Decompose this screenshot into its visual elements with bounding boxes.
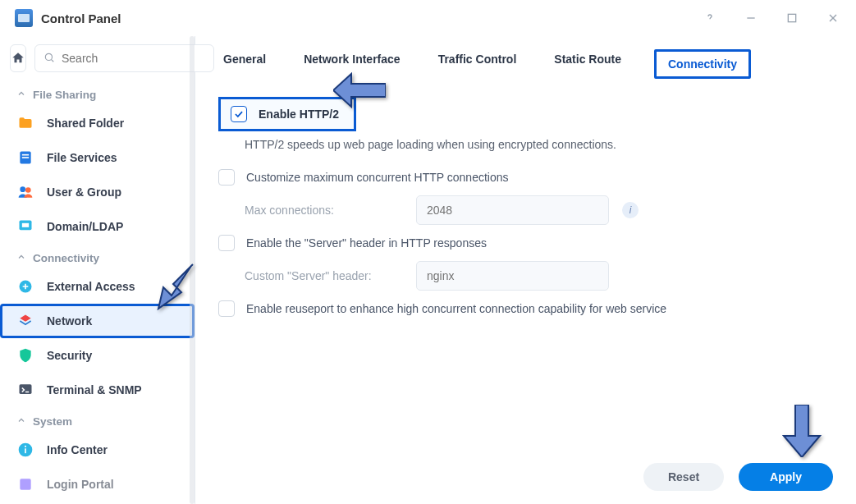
control-panel-icon <box>15 9 33 27</box>
close-button[interactable] <box>825 10 841 26</box>
sidebar-item-info-center[interactable]: Info Center <box>0 433 195 467</box>
users-icon <box>16 183 34 201</box>
maximize-button[interactable] <box>784 10 800 26</box>
sidebar-item-label: Domain/LDAP <box>47 220 123 233</box>
max-connections-label: Max connections: <box>218 204 403 217</box>
enable-reuseport-label: Enable reuseport to enhance high concurr… <box>246 302 666 315</box>
search-input[interactable] <box>62 52 205 65</box>
shield-icon <box>16 346 34 364</box>
checkbox-customize-connections[interactable] <box>218 169 235 186</box>
customize-connections-label: Customize maximum concurrent HTTP connec… <box>246 171 509 184</box>
http2-description: HTTP/2 speeds up web page loading when u… <box>218 131 833 164</box>
sidebar-item-shared-folder[interactable]: Shared Folder <box>0 106 195 140</box>
sidebar-item-user-group[interactable]: User & Group <box>0 175 195 209</box>
tab-traffic-control[interactable]: Traffic Control <box>433 49 522 79</box>
minimize-button[interactable] <box>743 10 759 26</box>
enable-http2-row[interactable]: Enable HTTP/2 <box>218 97 356 131</box>
sidebar: File Sharing Shared Folder File Services… <box>0 36 195 504</box>
sidebar-item-label: Login Portal <box>47 478 114 491</box>
search-input-wrap[interactable] <box>34 44 214 72</box>
section-label: System <box>33 415 72 428</box>
section-system[interactable]: System <box>0 407 195 433</box>
file-services-icon <box>16 149 34 167</box>
sidebar-item-label: Security <box>47 349 92 362</box>
sidebar-item-domain-ldap[interactable]: Domain/LDAP <box>0 209 195 244</box>
search-icon <box>43 52 55 66</box>
folder-icon <box>16 114 34 132</box>
checkbox-enable-http2[interactable] <box>231 106 247 122</box>
enable-reuseport-row[interactable]: Enable reuseport to enhance high concurr… <box>218 296 833 322</box>
custom-server-header-label: Custom "Server" header: <box>218 269 403 282</box>
tab-connectivity[interactable]: Connectivity <box>654 49 751 79</box>
sidebar-item-external-access[interactable]: External Access <box>0 269 195 304</box>
sidebar-item-network[interactable]: Network <box>0 304 195 338</box>
enable-http2-label: Enable HTTP/2 <box>259 108 339 121</box>
enable-server-header-label: Enable the "Server" header in HTTP respo… <box>246 236 487 250</box>
sidebar-item-label: Terminal & SNMP <box>47 383 142 396</box>
info-icon[interactable]: i <box>622 202 639 218</box>
window-title: Control Panel <box>41 11 121 25</box>
enable-server-header-row[interactable]: Enable the "Server" header in HTTP respo… <box>218 230 833 256</box>
tab-static-route[interactable]: Static Route <box>549 49 626 79</box>
sidebar-item-security[interactable]: Security <box>0 338 195 373</box>
section-connectivity[interactable]: Connectivity <box>0 244 195 269</box>
sidebar-item-label: Info Center <box>47 443 108 456</box>
domain-icon <box>16 218 34 236</box>
terminal-icon <box>16 381 34 399</box>
titlebar: Control Panel <box>0 0 856 36</box>
svg-point-17 <box>25 446 26 447</box>
checkbox-reuseport[interactable] <box>218 300 235 317</box>
chevron-up-icon <box>16 252 26 264</box>
tab-bar: General Network Interface Traffic Contro… <box>195 36 856 89</box>
section-label: Connectivity <box>33 252 99 264</box>
main-panel: General Network Interface Traffic Contro… <box>195 36 856 504</box>
customize-connections-row[interactable]: Customize maximum concurrent HTTP connec… <box>218 164 833 190</box>
tab-general[interactable]: General <box>218 49 271 79</box>
svg-rect-12 <box>22 223 29 227</box>
sidebar-item-label: User & Group <box>47 186 121 199</box>
chevron-up-icon <box>16 89 26 101</box>
sidebar-item-label: File Services <box>47 151 117 164</box>
svg-rect-7 <box>22 154 29 156</box>
home-button[interactable] <box>10 44 26 72</box>
sidebar-item-terminal-snmp[interactable]: Terminal & SNMP <box>0 373 195 407</box>
link-icon <box>16 277 34 296</box>
svg-rect-18 <box>20 479 30 489</box>
svg-rect-8 <box>22 157 29 158</box>
sidebar-item-login-portal[interactable]: Login Portal <box>0 467 195 502</box>
apply-button[interactable]: Apply <box>739 463 833 491</box>
section-label: File Sharing <box>33 89 96 101</box>
chevron-up-icon <box>16 415 26 428</box>
portal-icon <box>16 475 34 493</box>
custom-server-header-input <box>416 261 609 291</box>
svg-line-5 <box>52 59 54 62</box>
sidebar-item-file-services[interactable]: File Services <box>0 140 195 175</box>
sidebar-item-label: Shared Folder <box>47 117 124 130</box>
svg-point-10 <box>25 187 31 193</box>
tab-network-interface[interactable]: Network Interface <box>299 49 405 79</box>
svg-rect-1 <box>788 14 795 21</box>
help-button[interactable] <box>702 10 718 26</box>
section-file-sharing[interactable]: File Sharing <box>0 80 195 106</box>
max-connections-input <box>416 195 609 225</box>
sidebar-item-label: Network <box>47 314 92 328</box>
svg-point-9 <box>20 186 25 192</box>
network-icon <box>16 312 34 330</box>
sidebar-item-label: External Access <box>47 280 135 293</box>
svg-point-4 <box>45 53 52 60</box>
info-icon <box>16 441 34 459</box>
checkbox-server-header[interactable] <box>218 235 235 251</box>
svg-rect-16 <box>25 448 26 453</box>
reset-button[interactable]: Reset <box>643 463 724 491</box>
